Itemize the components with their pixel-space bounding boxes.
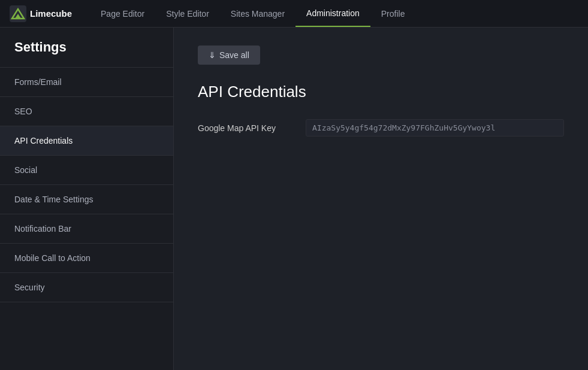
sidebar-link-notification-bar[interactable]: Notification Bar	[0, 214, 173, 243]
sidebar: Settings Forms/Email SEO API Credentials…	[0, 28, 174, 370]
sidebar-item-forms-email[interactable]: Forms/Email	[0, 67, 173, 96]
sidebar-link-date-time[interactable]: Date & Time Settings	[0, 185, 173, 214]
google-map-value[interactable]: AIzaSy5y4gf54g72dMxZy97FGhZuHv5GyYwoy3l	[306, 119, 564, 137]
sidebar-link-api-credentials[interactable]: API Credentials	[0, 126, 173, 155]
save-all-button[interactable]: ⇓ Save all	[198, 46, 260, 65]
nav-link-administration[interactable]: Administration	[295, 0, 370, 27]
logo[interactable]: Limecube	[10, 5, 72, 22]
logo-icon	[10, 5, 26, 22]
sidebar-link-forms-email[interactable]: Forms/Email	[0, 68, 173, 96]
sidebar-link-security[interactable]: Security	[0, 273, 173, 302]
nav-link-style-editor[interactable]: Style Editor	[155, 0, 220, 27]
top-nav: Limecube Page Editor Style Editor Sites …	[0, 0, 588, 28]
sidebar-link-social[interactable]: Social	[0, 156, 173, 184]
sidebar-item-seo[interactable]: SEO	[0, 96, 173, 126]
nav-item-administration[interactable]: Administration	[295, 0, 370, 27]
brand-name: Limecube	[30, 8, 72, 19]
nav-links: Page Editor Style Editor Sites Manager A…	[90, 0, 415, 27]
sidebar-nav: Forms/Email SEO API Credentials Social D…	[0, 67, 173, 302]
content-area: ⇓ Save all API Credentials Google Map AP…	[174, 28, 588, 370]
sidebar-item-mobile-cta[interactable]: Mobile Call to Action	[0, 243, 173, 272]
nav-link-sites-manager[interactable]: Sites Manager	[220, 0, 295, 27]
save-icon: ⇓	[209, 50, 216, 60]
api-credentials-row: Google Map API Key AIzaSy5y4gf54g72dMxZy…	[198, 119, 564, 137]
google-map-label: Google Map API Key	[198, 123, 294, 133]
section-title: API Credentials	[198, 83, 564, 101]
nav-item-page-editor[interactable]: Page Editor	[90, 0, 155, 27]
nav-item-profile[interactable]: Profile	[370, 0, 416, 27]
nav-link-page-editor[interactable]: Page Editor	[90, 0, 155, 27]
sidebar-title: Settings	[0, 40, 173, 67]
sidebar-item-date-time[interactable]: Date & Time Settings	[0, 184, 173, 214]
main-layout: Settings Forms/Email SEO API Credentials…	[0, 28, 588, 370]
sidebar-item-notification-bar[interactable]: Notification Bar	[0, 214, 173, 243]
save-all-label: Save all	[219, 50, 249, 60]
sidebar-item-api-credentials[interactable]: API Credentials	[0, 126, 173, 155]
sidebar-link-seo[interactable]: SEO	[0, 97, 173, 126]
sidebar-link-mobile-cta[interactable]: Mobile Call to Action	[0, 244, 173, 272]
sidebar-item-security[interactable]: Security	[0, 272, 173, 302]
nav-item-style-editor[interactable]: Style Editor	[155, 0, 220, 27]
nav-link-profile[interactable]: Profile	[370, 0, 416, 27]
nav-item-sites-manager[interactable]: Sites Manager	[220, 0, 295, 27]
sidebar-item-social[interactable]: Social	[0, 155, 173, 184]
